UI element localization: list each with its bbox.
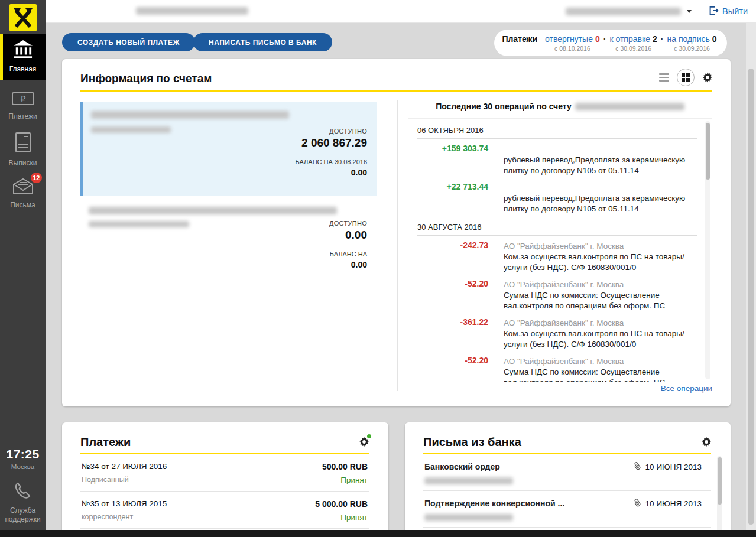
company-name-redacted — [136, 7, 248, 15]
operation-payee: АО "Райффайзенбанк" г. Москва — [504, 240, 697, 252]
operation-row[interactable]: -361.22 АО "Райффайзенбанк" г. Москва Ко… — [417, 317, 697, 350]
operation-description: рублевый перевод,Предоплата за керамичес… — [504, 155, 697, 176]
letters-icon: 12 — [11, 177, 35, 197]
letters-unread-badge: 12 — [30, 171, 43, 184]
operations-panel: Последние 30 операций по счету 06 ОКТЯБР… — [408, 102, 712, 111]
letter-date: 10 ИЮНЯ 2013 — [645, 463, 702, 471]
letters-scrollbar-thumb[interactable] — [718, 457, 722, 505]
sidebar-item-label: Платежи — [8, 112, 37, 121]
gear-icon[interactable] — [702, 72, 713, 83]
notification-dot — [367, 434, 371, 438]
summary-to-send-date: с 30.09.2016 — [615, 45, 651, 52]
operation-row[interactable]: -52.20 АО "Райффайзенбанк" г. Москва Сум… — [417, 279, 697, 311]
logout-label: Выйти — [722, 6, 748, 16]
sidebar-item-payments[interactable]: ₽ Платежи — [0, 84, 46, 128]
payment-amount: 5 000.00 RUB — [315, 499, 368, 509]
summary-to-sign-link[interactable]: на подпись0 — [667, 34, 716, 44]
bank-icon — [12, 40, 34, 61]
separator-dot: · — [603, 34, 606, 44]
payment-amount: 500.00 RUB — [322, 462, 368, 471]
all-operations-link[interactable]: Все операции — [661, 384, 712, 393]
summary-to-send-link[interactable]: к отправке2 — [609, 34, 657, 44]
operations-scrollbar-thumb[interactable] — [706, 123, 710, 180]
top-bar-user-area: Выйти — [566, 0, 748, 22]
account-tile-active[interactable]: ДОСТУПНО 2 060 867.29 БАЛАНС НА 30.08.20… — [80, 102, 377, 196]
operation-row[interactable]: -52.20 АО "Райффайзенбанк" г. Москва Сум… — [417, 356, 697, 382]
letter-sender-redacted — [424, 477, 513, 484]
account-subtitle-redacted — [91, 126, 171, 133]
column-divider — [397, 100, 398, 391]
operation-amount: -52.20 — [417, 279, 488, 311]
operation-row[interactable]: +159 303.74 рублевый перевод,Предоплата … — [417, 144, 697, 176]
sidebar-item-home[interactable]: Главная — [0, 34, 46, 80]
operation-description: Сумма НДС по комиссии: Осуществление вал… — [504, 290, 697, 311]
gear-icon[interactable] — [701, 437, 712, 447]
operation-row[interactable]: +22 713.44 рублевый перевод,Предоплата з… — [417, 182, 697, 214]
letters-scrollbar[interactable] — [717, 456, 722, 537]
payments-summary: Платежи отвергнутые0 с 08.10.2016 · к от… — [494, 30, 727, 56]
app-window: Выйти Гл — [0, 0, 756, 537]
operations-group: 06 ОКТЯБРЯ 2016 +159 303.74 рублевый пер… — [417, 123, 697, 214]
balance-label: БАЛАНС НА — [329, 250, 367, 258]
account-number-redacted — [91, 111, 289, 119]
page-scrollbar[interactable] — [746, 22, 756, 537]
account-tile[interactable]: ДОСТУПНО 0.00 БАЛАНС НА 0.00 — [80, 203, 377, 286]
summary-title: Платежи — [502, 34, 537, 44]
chevron-down-icon[interactable] — [687, 10, 692, 13]
paperclip-icon — [632, 497, 641, 509]
summary-rejected-link[interactable]: отвергнутые0 — [545, 34, 600, 44]
payment-substatus: корреспондент — [82, 513, 133, 522]
payment-row[interactable]: №35 от 13 ИЮЛЯ 20155 000.00 RUB корреспо… — [80, 492, 369, 529]
accounts-card-title: Информация по счетам — [80, 72, 212, 85]
accent-rule — [80, 90, 712, 92]
write-letter-button[interactable]: НАПИСАТЬ ПИСЬМО В БАНК — [193, 33, 332, 51]
sidebar-item-label: Главная — [9, 65, 37, 73]
operation-description: рублевый перевод,Предоплата за керамичес… — [504, 193, 697, 214]
letter-row[interactable]: Банковский ордер 10 ИЮНЯ 2013 — [423, 454, 711, 491]
logout-button[interactable]: Выйти — [708, 5, 748, 18]
operation-amount: +22 713.44 — [417, 182, 488, 214]
payment-status: Принят — [340, 476, 368, 484]
sidebar-item-letters[interactable]: 12 Письма — [0, 171, 46, 215]
list-view-icon[interactable] — [659, 71, 669, 84]
sidebar-item-statements[interactable]: Выписки — [0, 128, 46, 171]
user-name-redacted[interactable] — [566, 8, 681, 15]
operation-amount: -52.20 — [417, 356, 488, 382]
create-payment-button[interactable]: СОЗДАТЬ НОВЫЙ ПЛАТЕЖ — [62, 33, 195, 51]
statements-icon — [14, 132, 32, 155]
summary-to-sign-date: с 30.09.2016 — [674, 45, 710, 52]
operations-list[interactable]: 06 ОКТЯБРЯ 2016 +159 303.74 рублевый пер… — [408, 118, 712, 382]
balance-label: БАЛАНС НА 30.08.2016 — [296, 158, 367, 165]
letter-row[interactable]: Подтверждение конверсионной ... 10 ИЮНЯ … — [423, 491, 711, 528]
letter-title: Подтверждение конверсионной ... — [424, 499, 564, 508]
summary-rejected-date: с 08.10.2016 — [554, 45, 590, 52]
payments-card: Платежи №34 от 27 ИЮЛЯ 2016500.00 RUB По… — [62, 422, 388, 537]
sidebar-item-label: Письма — [10, 201, 35, 209]
logout-icon — [708, 5, 719, 18]
account-number-redacted — [89, 207, 337, 214]
account-subtitle-redacted — [89, 221, 189, 227]
payment-row[interactable]: №34 от 27 ИЮЛЯ 2016500.00 RUB Подписанны… — [80, 454, 369, 492]
operation-row[interactable]: -242.73 АО "Райффайзенбанк" г. Москва Ко… — [417, 240, 697, 273]
sidebar-item-label: Выписки — [9, 159, 37, 167]
sidebar: Главная ₽ Платежи Выписки — [0, 0, 46, 537]
balance-value: 0.00 — [329, 260, 367, 269]
available-value: 2 060 867.29 — [296, 136, 367, 149]
accounts-card-controls — [659, 69, 713, 86]
letter-date: 10 ИЮНЯ 2013 — [645, 499, 702, 508]
available-label: ДОСТУПНО — [329, 220, 367, 227]
sidebar-item-support[interactable]: Служба поддержки — [0, 481, 46, 524]
support-label: Служба поддержки — [0, 506, 46, 524]
grid-view-icon[interactable] — [677, 69, 695, 86]
gear-icon[interactable] — [359, 437, 369, 447]
page-scrollbar-thumb[interactable] — [748, 69, 754, 525]
summary-rejected: отвергнутые0 с 08.10.2016 — [545, 34, 600, 52]
operation-amount: +159 303.74 — [417, 144, 488, 176]
payments-icon: ₽ — [11, 91, 35, 109]
letter-title: Банковский ордер — [424, 462, 500, 471]
time-value: 17:25 — [0, 447, 46, 461]
group-date: 06 ОКТЯБРЯ 2016 — [417, 123, 697, 138]
operations-scrollbar[interactable] — [705, 121, 710, 379]
payment-status: Принят — [340, 513, 368, 522]
svg-text:₽: ₽ — [20, 94, 25, 103]
